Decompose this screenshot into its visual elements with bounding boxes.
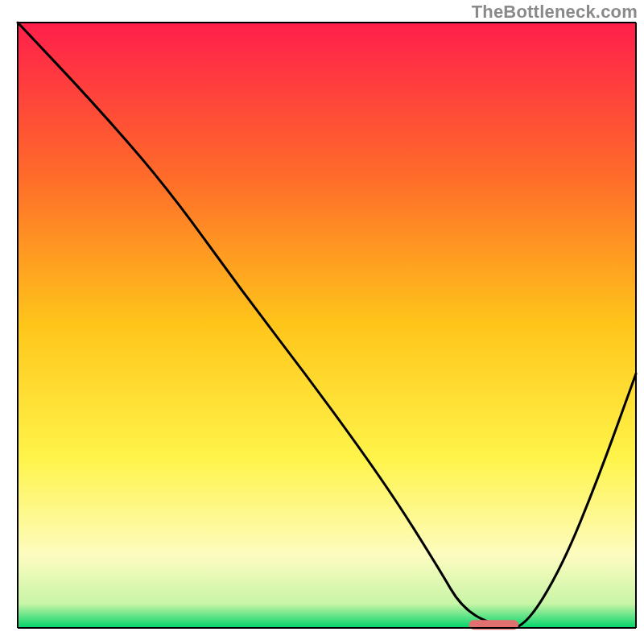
chart-container: TheBottleneck.com [0, 0, 644, 644]
bottleneck-chart [0, 0, 644, 644]
watermark-text: TheBottleneck.com [472, 2, 638, 23]
chart-background [18, 23, 636, 628]
